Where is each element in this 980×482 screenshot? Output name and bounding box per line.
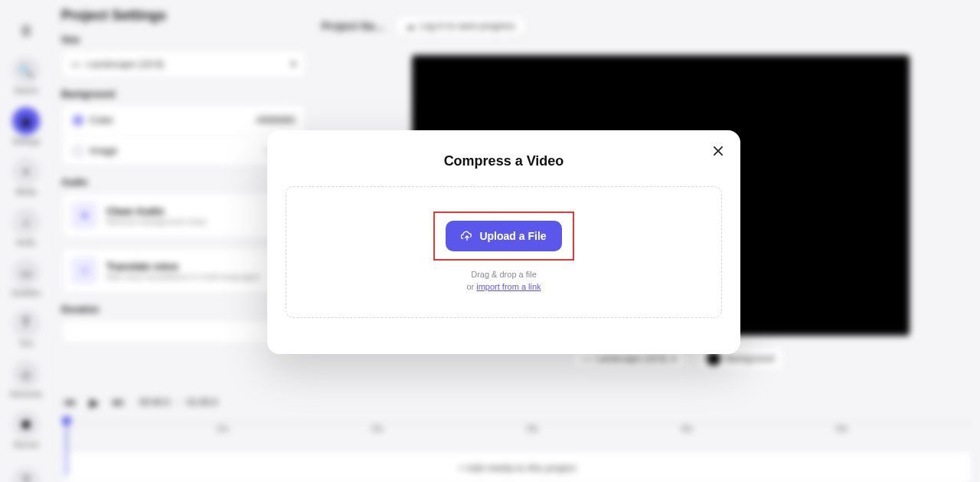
close-button[interactable] bbox=[710, 143, 727, 159]
close-icon bbox=[714, 146, 723, 156]
drop-hint: Drag & drop a file or import from a link bbox=[466, 268, 541, 293]
import-link[interactable]: import from a link bbox=[476, 282, 541, 291]
upload-file-button[interactable]: Upload a File bbox=[446, 221, 561, 251]
modal-backdrop[interactable]: Compress a Video Upload a File Drag & dr… bbox=[0, 0, 980, 482]
upload-dropzone[interactable]: Upload a File Drag & drop a file or impo… bbox=[286, 186, 722, 318]
upload-icon bbox=[461, 230, 473, 242]
compress-video-modal: Compress a Video Upload a File Drag & dr… bbox=[267, 130, 740, 354]
modal-title: Compress a Video bbox=[286, 153, 722, 169]
upload-button-highlight: Upload a File bbox=[433, 211, 573, 261]
